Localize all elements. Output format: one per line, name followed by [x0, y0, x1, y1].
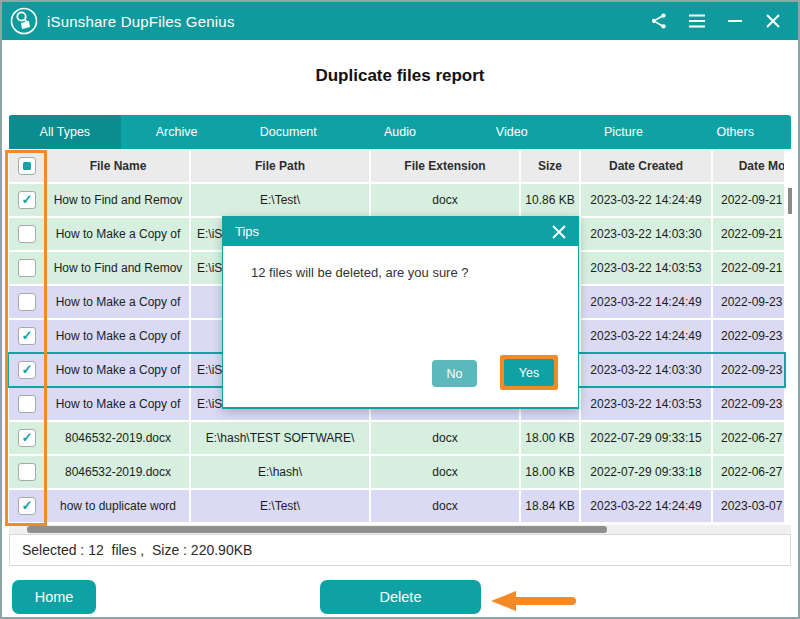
- menu-icon[interactable]: [686, 10, 708, 32]
- file-name-cell: How to Make a Copy of: [47, 320, 189, 352]
- horizontal-scrollbar[interactable]: [9, 525, 791, 534]
- row-checkbox[interactable]: ✓: [18, 191, 36, 209]
- table-row[interactable]: 8046532-2019.docx E:\hash\ docx 18.00 KB…: [9, 456, 784, 488]
- yes-button-highlight: Yes: [500, 355, 558, 390]
- dialog-message: 12 files will be deleted, are you sure ?: [251, 265, 469, 280]
- row-checkbox[interactable]: ✓: [18, 429, 36, 447]
- tab-picture[interactable]: Picture: [568, 115, 680, 149]
- row-checkbox[interactable]: [18, 259, 36, 277]
- check-icon: ✓: [22, 499, 33, 513]
- tab-audio[interactable]: Audio: [344, 115, 456, 149]
- file-path-cell: E:\Test\: [191, 490, 369, 522]
- yes-button[interactable]: Yes: [504, 359, 554, 386]
- date-created-cell: 2023-03-22 14:24:49: [581, 320, 711, 352]
- titlebar: iSunshare DupFiles Genius: [2, 2, 798, 40]
- header-size[interactable]: Size: [521, 150, 579, 182]
- date-modified-cell: 2022-09-23: [713, 354, 784, 386]
- date-created-cell: 2022-07-29 09:33:18: [581, 456, 711, 488]
- date-created-cell: 2023-03-22 14:03:53: [581, 388, 711, 420]
- no-button[interactable]: No: [432, 360, 477, 387]
- date-created-cell: 2023-03-22 14:24:49: [581, 490, 711, 522]
- header-file-path[interactable]: File Path: [191, 150, 369, 182]
- file-name-cell: How to Make a Copy of: [47, 388, 189, 420]
- window-title: iSunshare DupFiles Genius: [47, 13, 235, 30]
- dialog-title: Tips: [235, 224, 259, 239]
- file-name-cell: How to Make a Copy of: [47, 286, 189, 318]
- page-title: Duplicate files report: [2, 66, 798, 86]
- header-file-extension[interactable]: File Extension: [371, 150, 519, 182]
- file-name-cell: how to duplicate word: [47, 490, 189, 522]
- row-checkbox[interactable]: ✓: [18, 497, 36, 515]
- file-name-cell: 8046532-2019.docx: [47, 456, 189, 488]
- tab-video[interactable]: Video: [456, 115, 568, 149]
- row-checkbox[interactable]: [18, 293, 36, 311]
- check-icon: ✓: [22, 363, 33, 377]
- arrow-annotation-icon: [489, 589, 577, 617]
- row-checkbox[interactable]: [18, 395, 36, 413]
- file-path-cell: E:\hash\TEST SOFTWARE\: [191, 422, 369, 454]
- date-created-cell: 2023-03-22 14:24:49: [581, 286, 711, 318]
- date-modified-cell: 2022-06-27: [713, 422, 784, 454]
- file-extension-cell: docx: [371, 490, 519, 522]
- horizontal-scrollbar-thumb[interactable]: [27, 526, 607, 533]
- header-date-created[interactable]: Date Created: [581, 150, 711, 182]
- dialog-close-icon[interactable]: [550, 223, 568, 241]
- app-logo-icon: [10, 7, 38, 35]
- date-created-cell: 2023-03-22 14:03:53: [581, 252, 711, 284]
- vertical-scrollbar[interactable]: [788, 188, 792, 214]
- date-created-cell: 2023-03-22 14:03:30: [581, 354, 711, 386]
- row-checkbox[interactable]: [18, 225, 36, 243]
- close-icon[interactable]: [762, 10, 784, 32]
- size-cell: 18.00 KB: [521, 422, 579, 454]
- file-path-cell: E:\hash\: [191, 456, 369, 488]
- header-date-modified[interactable]: Date Modified: [713, 150, 784, 182]
- tab-others[interactable]: Others: [679, 115, 791, 149]
- file-name-cell: How to Make a Copy of: [47, 354, 189, 386]
- table-row[interactable]: ✓ 8046532-2019.docx E:\hash\TEST SOFTWAR…: [9, 422, 784, 454]
- tips-dialog: Tips 12 files will be deleted, are you s…: [222, 216, 579, 409]
- select-all-checkbox[interactable]: [18, 157, 36, 175]
- indeterminate-mark-icon: [23, 162, 31, 170]
- size-cell: 10.86 KB: [521, 184, 579, 216]
- size-cell: 18.00 KB: [521, 456, 579, 488]
- file-name-cell: How to Make a Copy of: [47, 218, 189, 250]
- date-modified-cell: 2022-09-23: [713, 388, 784, 420]
- date-modified-cell: 2022-09-21: [713, 252, 784, 284]
- delete-button[interactable]: Delete: [320, 580, 481, 614]
- header-file-name[interactable]: File Name: [47, 150, 189, 182]
- share-icon[interactable]: [648, 10, 670, 32]
- file-name-cell: 8046532-2019.docx: [47, 422, 189, 454]
- file-path-cell: E:\Test\: [191, 184, 369, 216]
- row-checkbox[interactable]: ✓: [18, 361, 36, 379]
- check-icon: ✓: [22, 329, 33, 343]
- table-row[interactable]: ✓ how to duplicate word E:\Test\ docx 18…: [9, 490, 784, 522]
- dialog-header[interactable]: Tips: [223, 217, 578, 246]
- file-extension-cell: docx: [371, 456, 519, 488]
- table-header-row: File Name File Path File Extension Size …: [9, 150, 784, 182]
- file-name-cell: How to Find and Remov: [47, 184, 189, 216]
- date-created-cell: 2023-03-22 14:24:49: [581, 184, 711, 216]
- tab-all-types[interactable]: All Types: [9, 115, 121, 149]
- file-extension-cell: docx: [371, 422, 519, 454]
- row-checkbox[interactable]: [18, 463, 36, 481]
- file-type-tabbar: All Types Archive Document Audio Video P…: [9, 115, 791, 149]
- check-icon: ✓: [22, 431, 33, 445]
- table-row[interactable]: ✓ How to Find and Remov E:\Test\ docx 10…: [9, 184, 784, 216]
- date-created-cell: 2022-07-29 09:33:15: [581, 422, 711, 454]
- row-checkbox[interactable]: ✓: [18, 327, 36, 345]
- minimize-icon[interactable]: [724, 10, 746, 32]
- tab-document[interactable]: Document: [232, 115, 344, 149]
- home-button[interactable]: Home: [12, 580, 96, 614]
- tab-archive[interactable]: Archive: [121, 115, 233, 149]
- date-created-cell: 2023-03-22 14:03:30: [581, 218, 711, 250]
- date-modified-cell: 2022-09-23: [713, 286, 784, 318]
- date-modified-cell: 2022-06-27: [713, 456, 784, 488]
- date-modified-cell: 2022-09-21: [713, 218, 784, 250]
- date-modified-cell: 2022-09-23: [713, 320, 784, 352]
- date-modified-cell: 2023-03-07: [713, 490, 784, 522]
- selection-summary: Selected : 12 files , Size : 220.90KB: [10, 542, 252, 558]
- app-window: iSunshare DupFiles Genius: [0, 0, 800, 619]
- status-bar: Selected : 12 files , Size : 220.90KB: [9, 534, 791, 566]
- size-cell: 18.84 KB: [521, 490, 579, 522]
- check-icon: ✓: [22, 193, 33, 207]
